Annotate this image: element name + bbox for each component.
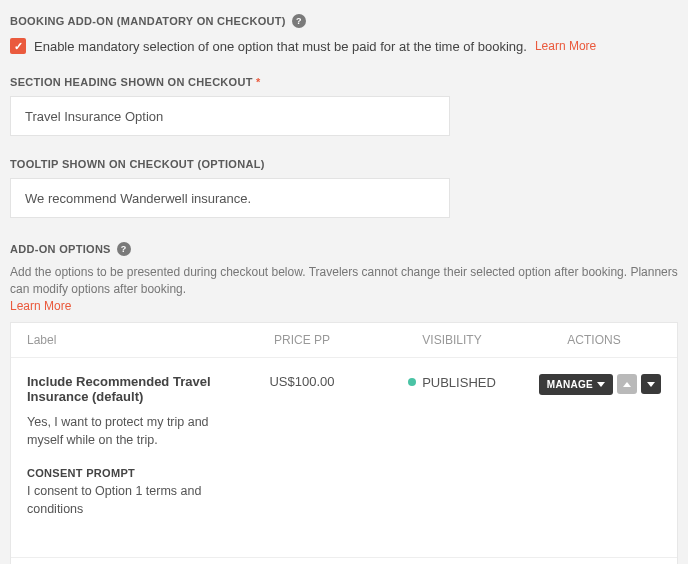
th-price: PRICE PP [227,333,377,347]
status-dot-icon [408,378,416,386]
chevron-down-icon [597,382,605,387]
addon-options-header: ADD-ON OPTIONS ? [10,242,678,256]
booking-addon-header: BOOKING ADD-ON (MANDATORY ON CHECKOUT) ? [10,14,678,28]
table-header: Label PRICE PP VISIBILITY ACTIONS [11,323,677,358]
tooltip-label: TOOLTIP SHOWN ON CHECKOUT (OPTIONAL) [10,158,678,170]
help-icon[interactable]: ? [292,14,306,28]
enable-mandatory-label: Enable mandatory selection of one option… [34,39,527,54]
booking-addon-heading: BOOKING ADD-ON (MANDATORY ON CHECKOUT) [10,15,286,27]
consent-heading: CONSENT PROMPT [27,467,227,479]
section-heading-label: SECTION HEADING SHOWN ON CHECKOUT * [10,76,678,88]
table-row: Include Recommended Travel Insurance (de… [11,358,677,558]
settings-page: BOOKING ADD-ON (MANDATORY ON CHECKOUT) ?… [0,0,688,564]
addon-options-description: Add the options to be presented during c… [10,264,678,314]
table-row: Decline CONSENT PROMPT I understand I am… [11,558,677,564]
addon-options-heading: ADD-ON OPTIONS [10,243,111,255]
required-mark: * [256,76,261,88]
learn-more-link[interactable]: Learn More [10,299,71,313]
consent-text: I consent to Option 1 terms and conditio… [27,483,217,518]
enable-mandatory-checkbox[interactable]: ✓ [10,38,26,54]
option-title: Include Recommended Travel Insurance (de… [27,374,227,404]
arrow-up-icon [623,382,631,387]
arrow-down-icon [647,382,655,387]
th-visibility: VISIBILITY [377,333,527,347]
th-label: Label [27,333,227,347]
visibility-badge: PUBLISHED [408,375,496,390]
tooltip-input[interactable]: We recommend Wanderwell insurance. [10,178,450,218]
help-icon[interactable]: ? [117,242,131,256]
move-up-button[interactable] [617,374,637,394]
option-desc: Yes, I want to protect my trip and mysel… [27,414,217,449]
th-actions: ACTIONS [527,333,661,347]
option-price: US$100.00 [227,374,377,541]
enable-mandatory-row: ✓ Enable mandatory selection of one opti… [10,38,678,54]
learn-more-link[interactable]: Learn More [535,39,596,53]
section-heading-input[interactable]: Travel Insurance Option [10,96,450,136]
move-down-button[interactable] [641,374,661,394]
manage-button[interactable]: MANAGE [539,374,613,395]
addon-options-table: Label PRICE PP VISIBILITY ACTIONS Includ… [10,322,678,564]
